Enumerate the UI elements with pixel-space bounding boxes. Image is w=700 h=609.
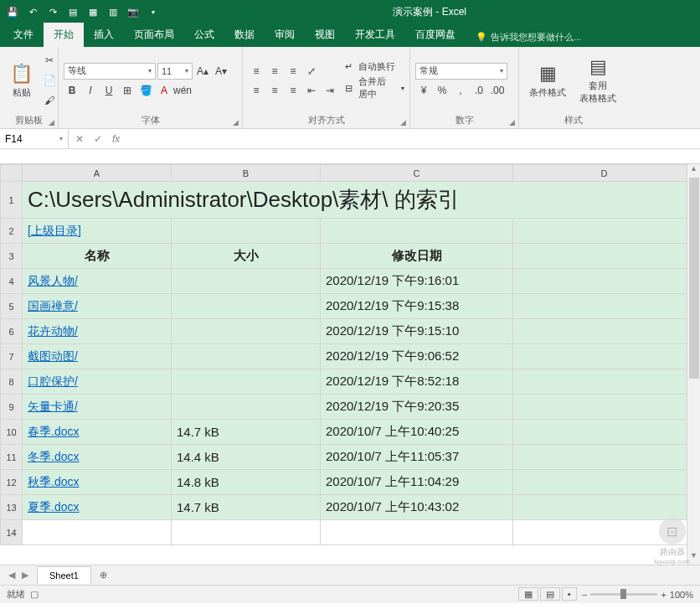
cell-name[interactable]: 花卉动物/ bbox=[23, 319, 172, 344]
zoom-level[interactable]: 100% bbox=[670, 590, 693, 600]
select-all-corner[interactable] bbox=[1, 165, 23, 182]
formula-input[interactable] bbox=[131, 133, 695, 145]
macro-record-icon[interactable]: ▢ bbox=[30, 589, 39, 600]
inc-decimal-icon[interactable]: .0 bbox=[471, 82, 487, 99]
scroll-up-icon[interactable]: ▲ bbox=[687, 164, 700, 178]
cell-date[interactable]: 2020/10/7 上午11:05:37 bbox=[321, 445, 513, 470]
row-header-2[interactable]: 2 bbox=[1, 219, 23, 244]
col-name-header[interactable]: 名称 bbox=[23, 244, 172, 269]
col-date-header[interactable]: 修改日期 bbox=[321, 244, 513, 269]
align-bottom-icon[interactable]: ≡ bbox=[285, 63, 301, 80]
zoom-out-icon[interactable]: − bbox=[582, 590, 587, 600]
orientation-icon[interactable]: ⤢ bbox=[303, 63, 320, 80]
row-header-7[interactable]: 7 bbox=[1, 344, 23, 369]
col-header-B[interactable]: B bbox=[172, 165, 321, 182]
font-size-combo[interactable]: 11▾ bbox=[157, 63, 193, 80]
cell-size[interactable] bbox=[172, 294, 321, 319]
page-layout-view-icon[interactable]: ▤ bbox=[540, 587, 560, 601]
wrap-text-button[interactable]: ↵ 自动换行 bbox=[345, 60, 404, 73]
clipboard-launcher-icon[interactable]: ◢ bbox=[49, 118, 54, 126]
tab-file[interactable]: 文件 bbox=[3, 23, 44, 47]
row-header-8[interactable]: 8 bbox=[1, 369, 23, 395]
tab-view[interactable]: 视图 bbox=[305, 23, 345, 47]
cell-name[interactable]: 冬季.docx bbox=[23, 445, 172, 470]
row-header-5[interactable]: 5 bbox=[1, 294, 23, 319]
percent-icon[interactable]: % bbox=[434, 82, 450, 99]
cell-name[interactable]: 矢量卡通/ bbox=[23, 395, 172, 420]
sheet-nav-prev-icon[interactable]: ◀ bbox=[8, 570, 15, 581]
col-header-A[interactable]: A bbox=[23, 165, 172, 182]
cell-size[interactable] bbox=[172, 319, 321, 344]
cell-name[interactable]: 国画禅意/ bbox=[23, 294, 172, 319]
new-icon[interactable]: ▥ bbox=[104, 3, 122, 21]
currency-icon[interactable]: ¥ bbox=[415, 82, 432, 99]
zoom-in-icon[interactable]: + bbox=[661, 590, 666, 600]
tab-home[interactable]: 开始 bbox=[44, 23, 84, 47]
name-box-input[interactable] bbox=[5, 133, 59, 145]
tab-developer[interactable]: 开发工具 bbox=[345, 23, 405, 47]
number-launcher-icon[interactable]: ◢ bbox=[509, 118, 515, 126]
cell-date[interactable]: 2020/12/19 下午9:15:10 bbox=[321, 319, 513, 344]
copy-icon[interactable]: 📄 bbox=[41, 72, 58, 89]
italic-button[interactable]: I bbox=[82, 82, 99, 99]
number-format-combo[interactable]: 常规▾ bbox=[415, 63, 507, 80]
cell-date[interactable]: 2020/10/7 上午11:04:29 bbox=[321, 470, 513, 495]
scroll-thumb[interactable] bbox=[689, 178, 699, 379]
row-header-9[interactable]: 9 bbox=[1, 395, 23, 420]
normal-view-icon[interactable]: ▦ bbox=[518, 587, 538, 601]
align-left-icon[interactable]: ≡ bbox=[248, 82, 265, 99]
font-color-icon[interactable]: A bbox=[156, 82, 172, 99]
camera-icon[interactable]: 📷 bbox=[124, 3, 142, 21]
cell-size[interactable]: 14.8 kB bbox=[172, 470, 321, 495]
cell-date[interactable]: 2020/12/19 下午9:20:35 bbox=[321, 395, 513, 420]
cell-size[interactable]: 14.4 kB bbox=[172, 445, 321, 470]
row-header-10[interactable]: 10 bbox=[1, 420, 23, 445]
col-size-header[interactable]: 大小 bbox=[172, 244, 321, 269]
name-box[interactable]: ▾ bbox=[0, 129, 69, 148]
tell-me[interactable]: 💡告诉我您想要做什么... bbox=[466, 31, 697, 47]
dec-decimal-icon[interactable]: .00 bbox=[489, 82, 506, 99]
cancel-formula-icon[interactable]: ✕ bbox=[72, 133, 87, 145]
cell-name[interactable]: 风景人物/ bbox=[23, 269, 172, 294]
align-top-icon[interactable]: ≡ bbox=[248, 63, 265, 80]
zoom-slider[interactable] bbox=[590, 593, 657, 596]
add-sheet-icon[interactable]: ⊕ bbox=[91, 570, 116, 581]
align-middle-icon[interactable]: ≡ bbox=[266, 63, 283, 80]
tab-review[interactable]: 审阅 bbox=[265, 23, 305, 47]
merge-center-button[interactable]: ⊟ 合并后居中 ▾ bbox=[345, 75, 404, 101]
vertical-scrollbar[interactable]: ▲ ▼ bbox=[687, 164, 700, 565]
indent-inc-icon[interactable]: ⇥ bbox=[322, 82, 338, 99]
underline-button[interactable]: U bbox=[100, 82, 117, 99]
cell-date[interactable]: 2020/10/7 上午10:40:25 bbox=[321, 420, 513, 445]
row-header-11[interactable]: 11 bbox=[1, 445, 23, 470]
align-launcher-icon[interactable]: ◢ bbox=[400, 118, 406, 126]
cell-name[interactable]: 截图动图/ bbox=[23, 344, 172, 369]
phonetic-icon[interactable]: wén bbox=[174, 82, 191, 99]
cell-name[interactable]: 口腔保护/ bbox=[23, 369, 172, 395]
row-header-13[interactable]: 13 bbox=[1, 495, 23, 520]
tab-baidu[interactable]: 百度网盘 bbox=[405, 23, 466, 47]
cell-size[interactable] bbox=[172, 344, 321, 369]
tab-insert[interactable]: 插入 bbox=[84, 23, 124, 47]
indent-dec-icon[interactable]: ⇤ bbox=[303, 82, 320, 99]
preview-icon[interactable]: ▤ bbox=[64, 3, 82, 21]
cell-date[interactable]: 2020/12/19 下午9:06:52 bbox=[321, 344, 513, 369]
cell-size[interactable]: 14.7 kB bbox=[172, 420, 321, 445]
cell-name[interactable]: 夏季.docx bbox=[23, 495, 172, 520]
enter-formula-icon[interactable]: ✓ bbox=[90, 133, 106, 145]
save-icon[interactable]: 💾 bbox=[3, 3, 22, 21]
fx-icon[interactable]: fx bbox=[109, 133, 123, 145]
cell-size[interactable] bbox=[172, 395, 321, 420]
cell-up-link[interactable]: [上级目录] bbox=[23, 219, 172, 244]
qat-more-icon[interactable]: ▾ bbox=[144, 3, 162, 21]
font-name-combo[interactable]: 等线▾ bbox=[64, 63, 156, 80]
sheet-nav-next-icon[interactable]: ▶ bbox=[22, 570, 28, 581]
col-header-D[interactable]: D bbox=[513, 165, 696, 182]
cell-size[interactable]: 14.7 kB bbox=[172, 495, 321, 520]
col-header-C[interactable]: C bbox=[321, 165, 513, 182]
row-header-3[interactable]: 3 bbox=[1, 244, 23, 269]
align-center-icon[interactable]: ≡ bbox=[266, 82, 283, 99]
row-header-1[interactable]: 1 bbox=[1, 182, 23, 219]
tab-data[interactable]: 数据 bbox=[224, 23, 265, 47]
format-painter-icon[interactable]: 🖌 bbox=[41, 92, 58, 109]
